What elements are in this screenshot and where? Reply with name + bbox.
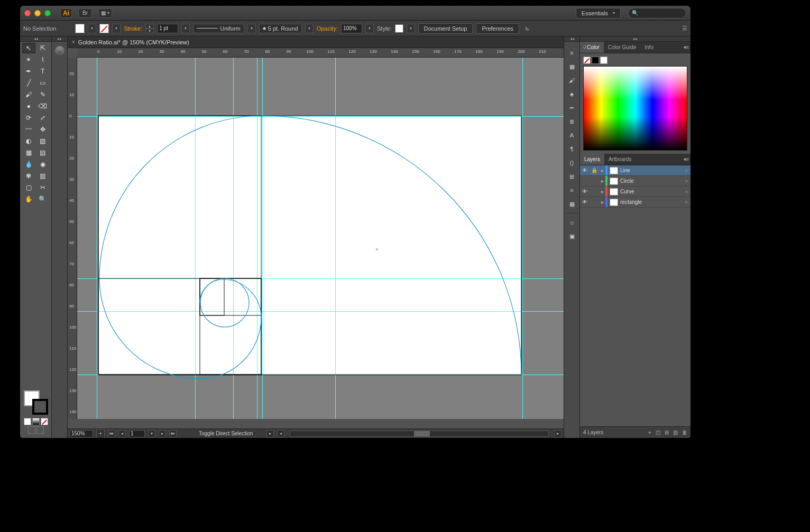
- close-window-icon[interactable]: [24, 10, 31, 16]
- color-panel-menu-icon[interactable]: ▾≡: [682, 44, 691, 50]
- visibility-icon[interactable]: 👁: [580, 199, 590, 205]
- layer-name[interactable]: Circle: [620, 178, 682, 184]
- workspace-switcher[interactable]: Essentials: [576, 8, 621, 18]
- brushes-icon[interactable]: 🖌: [567, 76, 577, 85]
- swatches-icon[interactable]: ▦: [567, 62, 577, 71]
- target-icon[interactable]: ○: [682, 189, 691, 194]
- next-page-icon[interactable]: ▸: [159, 430, 166, 437]
- tools-collapse-icon[interactable]: ◂◂: [20, 36, 51, 42]
- bridge-button[interactable]: Br: [78, 8, 92, 18]
- fill-stroke-control[interactable]: [24, 390, 48, 415]
- eyedropper-tool[interactable]: 💧: [22, 159, 35, 170]
- type-icon[interactable]: A: [567, 130, 577, 140]
- twirl-icon[interactable]: ▸: [599, 199, 605, 205]
- lamp-icon[interactable]: ☼: [567, 218, 577, 227]
- column-graph-tool[interactable]: ▥: [36, 171, 50, 181]
- brush-definition[interactable]: 5 pt. Round: [259, 24, 302, 33]
- screen-mode2-icon[interactable]: [36, 426, 44, 434]
- twirl-icon[interactable]: ▸: [599, 189, 605, 194]
- vertical-guide[interactable]: [195, 58, 196, 419]
- color-white-swatch[interactable]: [600, 57, 608, 64]
- visibility-icon[interactable]: 👁: [580, 167, 590, 173]
- make-clipping-icon[interactable]: ◫: [656, 430, 660, 436]
- controlbar-menu-icon[interactable]: ☰: [682, 25, 687, 32]
- align-icon[interactable]: ¶: [567, 144, 577, 154]
- layer-name[interactable]: Line: [620, 167, 682, 173]
- line-tool[interactable]: ╱: [22, 78, 35, 88]
- align-icon[interactable]: ⊾: [522, 25, 533, 32]
- dock-expand-icon[interactable]: ◂◂: [564, 36, 579, 42]
- menu-icon[interactable]: ≡: [567, 48, 577, 58]
- color-tab[interactable]: ♢ Color: [580, 42, 604, 53]
- zoom-window-icon[interactable]: [44, 10, 51, 16]
- symbol-sprayer-tool[interactable]: ✾: [22, 171, 35, 181]
- document-setup-button[interactable]: Document Setup: [418, 23, 473, 34]
- delete-layer-icon[interactable]: 🗑: [682, 430, 687, 436]
- artboards-tab[interactable]: Artboards: [604, 154, 636, 165]
- status-popup-icon[interactable]: ▸: [266, 430, 274, 437]
- fill-swatch[interactable]: [75, 24, 85, 33]
- color-black-swatch[interactable]: [592, 57, 599, 64]
- color-spectrum[interactable]: [583, 66, 687, 151]
- shape-builder-tool[interactable]: ◐: [22, 136, 35, 146]
- color-wheel-icon[interactable]: [55, 46, 65, 55]
- horizontal-guide[interactable]: [77, 375, 564, 375]
- fill-dropdown[interactable]: ▾: [88, 24, 96, 33]
- stroke-weight-down[interactable]: ▾: [145, 29, 154, 33]
- panels-expand-icon[interactable]: ▸▸: [580, 36, 691, 42]
- stroke-box[interactable]: [32, 399, 48, 415]
- new-sublayer-icon[interactable]: ⊞: [665, 430, 669, 436]
- locate-layer-icon[interactable]: ⌖: [648, 430, 651, 436]
- stroke-weight-dropdown[interactable]: ▾: [181, 24, 190, 33]
- artboard-tool[interactable]: ▢: [22, 182, 35, 193]
- layer-row[interactable]: ▸Circle○: [580, 176, 691, 186]
- layers-panel-menu-icon[interactable]: ▾≡: [682, 156, 691, 162]
- layer-row[interactable]: 👁▸rectangle○: [580, 197, 691, 208]
- paragraph-icon[interactable]: (): [567, 158, 577, 167]
- opacity-input[interactable]: [341, 24, 362, 33]
- page-input[interactable]: [129, 430, 145, 437]
- artboard-tool-icon[interactable]: ▣: [567, 231, 577, 241]
- none-mode-icon[interactable]: [41, 418, 48, 425]
- vertical-guide[interactable]: [262, 58, 263, 419]
- direct-selection-tool[interactable]: ⇱: [36, 43, 50, 53]
- close-tab-icon[interactable]: ×: [72, 39, 75, 45]
- gradient-tool[interactable]: ▤: [36, 147, 50, 158]
- twirl-icon[interactable]: ▸: [599, 167, 605, 173]
- scale-tool[interactable]: ⤢: [36, 113, 50, 123]
- target-icon[interactable]: ○: [682, 167, 691, 173]
- horizontal-scrollbar[interactable]: [290, 431, 549, 437]
- horizontal-guide[interactable]: [77, 116, 564, 117]
- stroke-weight-input[interactable]: [157, 24, 178, 33]
- twirl-icon[interactable]: ▸: [599, 178, 605, 184]
- prev-page-icon[interactable]: ◂: [118, 430, 126, 437]
- artboard[interactable]: [98, 116, 521, 375]
- gradient-mode-icon[interactable]: [32, 418, 40, 425]
- color-none-swatch[interactable]: [583, 57, 591, 64]
- stroke-dropdown[interactable]: ▾: [112, 24, 121, 33]
- first-page-icon[interactable]: ⏮: [108, 430, 115, 437]
- hscroll-left-icon[interactable]: ◂: [277, 430, 284, 437]
- selection-tool[interactable]: ↖: [22, 43, 35, 53]
- vertical-guide[interactable]: [257, 58, 257, 419]
- symbols-icon[interactable]: ♣: [567, 89, 577, 99]
- layer-row[interactable]: 👁▸Curve○: [580, 186, 691, 197]
- eraser-tool[interactable]: ⌫: [36, 101, 50, 111]
- horizontal-guide[interactable]: [77, 311, 564, 312]
- zoom-dropdown[interactable]: ▾: [96, 429, 105, 438]
- target-icon[interactable]: ○: [682, 178, 691, 184]
- perspective-tool[interactable]: ▧: [36, 136, 50, 146]
- new-layer-icon[interactable]: ▥: [673, 430, 678, 436]
- target-icon[interactable]: ○: [682, 199, 691, 205]
- rectangle-tool[interactable]: ▭: [36, 78, 50, 88]
- transform-icon[interactable]: ⊞: [567, 172, 577, 181]
- graphic-style-dropdown[interactable]: ▾: [407, 24, 415, 33]
- type-tool[interactable]: T: [36, 66, 50, 77]
- stroke-swatch[interactable]: [99, 24, 109, 33]
- stroke-profile[interactable]: Uniform: [193, 24, 244, 33]
- preferences-button[interactable]: Preferences: [476, 23, 519, 34]
- color-guide-tab[interactable]: Color Guide: [604, 42, 640, 53]
- vertical-guide[interactable]: [233, 58, 234, 419]
- page-dropdown[interactable]: ▾: [148, 430, 155, 437]
- mesh-tool[interactable]: ▦: [22, 147, 35, 158]
